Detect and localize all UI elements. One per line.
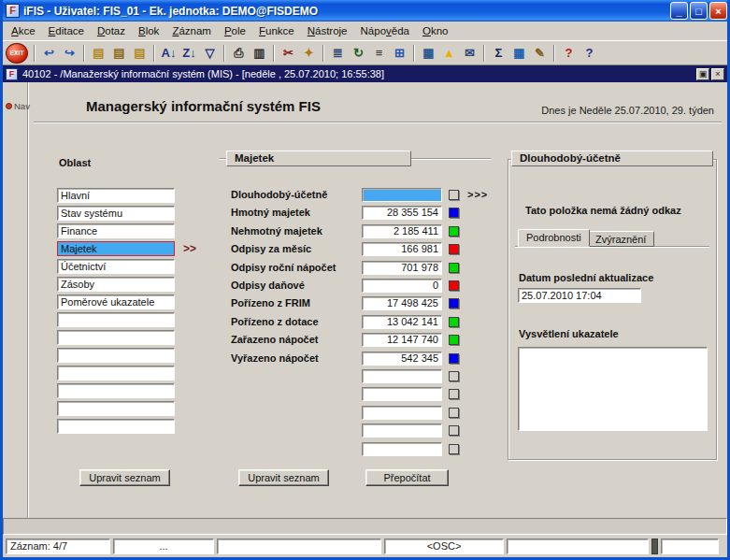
mis-form: Managerský informační systém FIS Dnes je… [28,82,727,518]
indicator-color-button[interactable] [449,226,459,237]
indicator-label: Pořízeno z dotace [231,316,319,327]
query-run-icon[interactable]: ▤ [109,43,129,63]
toolbar-separator [83,45,85,62]
back-icon[interactable]: ↩ [39,43,59,63]
toolbar-separator [153,45,155,62]
calc-icon[interactable]: ▦ [419,43,438,63]
close-button[interactable]: × [709,2,727,20]
warning-icon[interactable]: ▲ [439,43,459,63]
menu-napoveda[interactable]: Nápověda [354,23,416,38]
menu-nastroje[interactable]: Nástroje [301,23,354,38]
mdi-close-button[interactable]: × [711,68,724,80]
context-help-icon[interactable]: ? [580,43,599,63]
indicator-value-field[interactable]: 166 981 [362,242,442,256]
mdi-window-title: 40102 - /Manažerský informační systém (M… [22,68,384,79]
window-title: iFIS - Uživatel: FIS_01 - Ek. jednotka: … [23,5,670,18]
indicator-value-field[interactable]: 2 185 411 [362,224,442,238]
indicator-value-field[interactable]: 28 355 154 [362,206,442,220]
indicator-color-button[interactable] [449,263,459,273]
mail-icon[interactable]: ✉ [460,43,480,63]
print-icon[interactable]: ⎙ [229,43,249,63]
notes-icon[interactable]: ✎ [530,43,550,63]
cut-icon[interactable]: ✂ [279,43,298,63]
table-icon[interactable]: ⊞ [390,43,409,63]
indicator-color-button[interactable] [449,208,459,218]
mdi-title-bar[interactable]: F 40102 - /Manažerský informační systém … [3,65,727,82]
drilldown-link[interactable]: >>> [467,189,488,200]
indicator-value-field[interactable]: 17 498 425 [362,296,442,310]
toolbar-separator [223,45,225,62]
indicator-color-button[interactable] [449,371,459,381]
menu-akce[interactable]: Akce [5,23,42,38]
query-enter-icon[interactable]: ▤ [89,43,108,63]
minimize-button[interactable]: _ [670,2,688,20]
status-divider [651,538,658,554]
status-cell-6 [661,538,719,554]
print-preview-icon[interactable]: ▥ [250,43,269,63]
indicator-color-button[interactable] [449,298,459,309]
indicator-value-field[interactable] [362,424,442,438]
status-cell-5 [507,538,649,554]
tab-zvyrazneni[interactable]: Zvýraznění [587,231,654,247]
indicator-color-button[interactable] [449,408,459,418]
menu-editace[interactable]: Editace [42,23,91,38]
indicator-value-field[interactable]: 12 147 740 [362,333,442,347]
sort-desc-icon[interactable]: Z↓ [179,43,199,63]
indicator-value-field[interactable] [362,188,442,202]
majetek-edit-list-button[interactable]: Upravit seznam [238,469,329,486]
toolbar-separator [322,45,324,62]
indicator-label: Odpisy za měsíc [231,243,311,254]
list-icon[interactable]: ≡ [369,43,389,63]
menu-dotaz[interactable]: Dotaz [91,23,132,38]
detail-group-title: Dlouhodobý-účetně [511,151,713,166]
sum-icon[interactable]: Σ [489,43,508,63]
mdi-restore-button[interactable]: ▣ [696,68,709,80]
indicator-color-button[interactable] [449,389,459,399]
indicator-value-field[interactable] [362,406,442,420]
menu-zaznam[interactable]: Záznam [165,23,218,38]
help-icon[interactable]: ? [559,43,579,63]
title-bar[interactable]: F iFIS - Uživatel: FIS_01 - Ek. jednotka… [0,0,730,22]
tab-podrobnosti[interactable]: Podrobnosti [518,229,590,247]
indicator-value-field[interactable] [362,387,442,401]
menu-blok[interactable]: Blok [132,23,165,38]
tools-icon[interactable]: ✦ [299,43,319,63]
query-cancel-icon[interactable]: ▤ [130,43,150,63]
forward-icon[interactable]: ↪ [60,43,79,63]
menu-funkce[interactable]: Funkce [252,23,301,38]
indicator-label: Hmotný majetek [231,207,310,218]
indicator-color-button[interactable] [449,317,459,327]
menu-pole[interactable]: Pole [218,23,252,38]
status-record: Záznam: 4/7 [6,538,110,554]
status-cell-2: ... [113,538,214,554]
indicator-value-field[interactable]: 542 345 [362,352,442,366]
indicator-color-button[interactable] [449,444,459,454]
maximize-button[interactable]: □ [690,2,708,20]
indicator-color-button[interactable] [449,244,459,254]
indicator-value-field[interactable]: 13 042 141 [362,315,442,329]
indicator-value-field[interactable] [362,442,442,456]
indicator-color-button[interactable] [449,190,459,200]
filter-icon[interactable]: ▽ [200,43,220,63]
chart-icon[interactable]: ▦ [509,43,529,63]
exit-button[interactable]: EXIT [6,43,28,64]
clipboard-icon[interactable]: ≣ [328,43,348,63]
indicator-color-button[interactable] [449,280,459,291]
indicator-value-field[interactable]: 701 978 [362,261,442,275]
menu-okno[interactable]: Okno [416,23,455,38]
indicator-color-button[interactable] [449,353,459,364]
indicator-color-button[interactable] [449,425,459,436]
sort-asc-icon[interactable]: A↓ [159,43,179,63]
explanation-label: Vysvětlení ukazatele [519,328,619,339]
nav-sidebar[interactable]: Nav [3,82,28,518]
message-strip [3,518,727,535]
explanation-textarea[interactable] [518,347,708,431]
indicator-value-field[interactable] [362,369,442,383]
indicator-color-button[interactable] [449,335,459,345]
toolbar-separator [273,45,275,62]
last-update-field[interactable]: 25.07.2010 17:04 [518,288,641,303]
recalculate-button[interactable]: Přepočítat [365,469,449,486]
no-link-text: Tato položka nemá žádný odkaz [525,205,681,216]
indicator-value-field[interactable]: 0 [362,279,442,293]
refresh-icon[interactable]: ↻ [349,43,368,63]
